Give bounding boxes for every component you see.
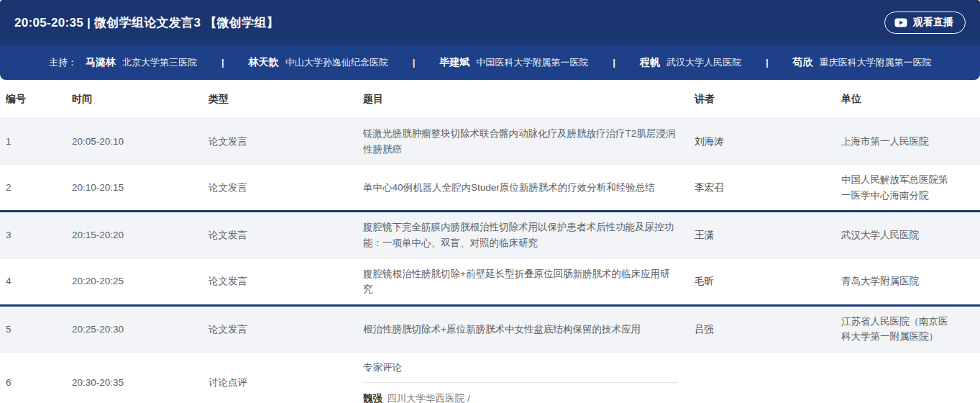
table-row: 2 20:10-20:15 论文发言 单中心40例机器人全腔内Studer原位新…: [0, 164, 980, 210]
cell-time: 20:25-20:30: [72, 314, 209, 345]
schedule-table: 编号 时间 类型 题目 讲者 单位 1 20:05-20:10 论文发言 铥激光…: [0, 80, 980, 403]
cell-unit: 青岛大学附属医院: [841, 266, 973, 296]
cell-time: 20:20-20:25: [72, 266, 209, 296]
cell-time: 20:30-20:35: [72, 368, 209, 398]
commenter-unit: 四川大学华西医院: [387, 393, 464, 403]
commenter-slash: /: [467, 393, 470, 403]
table-row: 6 20:30-20:35 讨论点评 专家评论 魏强四川大学华西医院/: [0, 352, 980, 403]
host-item: 苟欣重庆医科大学附属第一医院: [793, 56, 932, 69]
cell-speaker: 李宏召: [695, 173, 841, 203]
cell-time: 20:05-20:10: [72, 127, 209, 157]
host-affiliation: 中山大学孙逸仙纪念医院: [285, 57, 388, 68]
column-header-title: 题目: [363, 83, 695, 114]
cell-number: 6: [6, 368, 72, 398]
cell-type: 论文发言: [209, 220, 363, 250]
table-row: 1 20:05-20:10 论文发言 铥激光膀胱肿瘤整块切除术联合髂内动脉化疗及…: [0, 119, 980, 164]
commenter-name: 魏强: [363, 393, 383, 403]
host-separator: |: [766, 57, 769, 68]
cell-number: 1: [6, 127, 72, 157]
cell-unit: 中国人民解放军总医院第一医学中心海南分院: [841, 165, 973, 210]
cell-title: 腹腔镜根治性膀胱切除+前壁延长型折叠原位回肠新膀胱术的临床应用研究: [363, 259, 695, 304]
host-item: 马潞林北京大学第三医院: [86, 56, 197, 69]
cell-title: 单中心40例机器人全腔内Studer原位新膀胱术的疗效分析和经验总结: [363, 173, 695, 203]
table-row: 5 20:25-20:30 论文发言 根治性膀胱切除术+原位新膀胱术中女性盆底结…: [0, 304, 980, 352]
table-header-row: 编号 时间 类型 题目 讲者 单位: [0, 80, 980, 119]
host-name: 马潞林: [86, 56, 116, 68]
cell-speaker: 毛昕: [695, 266, 841, 296]
cell-unit: [841, 376, 973, 390]
host-item: 毕建斌中国医科大学附属第一医院: [439, 56, 588, 69]
cell-title: 根治性膀胱切除术+原位新膀胱术中女性盆底结构保留的技术应用: [363, 314, 695, 345]
cell-type: 论文发言: [209, 127, 363, 157]
cell-type: 论文发言: [209, 266, 363, 296]
cell-unit: 上海市第一人民医院: [841, 127, 973, 157]
cell-number: 2: [6, 173, 72, 203]
host-separator: |: [613, 57, 615, 68]
host-item: 程帆武汉大学人民医院: [640, 56, 741, 69]
watch-live-label: 观看直播: [913, 16, 953, 29]
column-header-unit: 单位: [841, 83, 973, 114]
hosts-label: 主持：: [49, 56, 77, 69]
comment-divider: [363, 382, 678, 383]
cell-number: 4: [6, 266, 72, 296]
session-title: 20:05-20:35 | 微创学组论文发言3 【微创学组】: [14, 14, 279, 31]
cell-unit: 江苏省人民医院（南京医科大学第一附属医院）: [841, 307, 973, 352]
cell-type: 讨论点评: [209, 368, 363, 398]
cell-speaker: [695, 376, 841, 390]
cell-title-discussion: 专家评论 魏强四川大学华西医院/: [363, 353, 695, 403]
cell-time: 20:10-20:15: [72, 173, 209, 203]
cell-number: 3: [6, 220, 72, 250]
session-header: 20:05-20:35 | 微创学组论文发言3 【微创学组】 观看直播: [0, 0, 980, 45]
session-page: 20:05-20:35 | 微创学组论文发言3 【微创学组】 观看直播 主持： …: [0, 0, 980, 403]
cell-speaker: 刘海涛: [695, 127, 841, 157]
host-affiliation: 中国医科大学附属第一医院: [476, 57, 588, 68]
host-separator: |: [221, 57, 224, 68]
column-header-type: 类型: [209, 83, 363, 114]
column-header-time: 时间: [72, 83, 209, 114]
cell-time: 20:15-20:20: [72, 220, 209, 250]
play-video-icon: [894, 18, 907, 27]
watch-live-button[interactable]: 观看直播: [884, 12, 966, 34]
column-header-speaker: 讲者: [695, 83, 841, 114]
cell-type: 论文发言: [209, 173, 363, 203]
table-row: 3 20:15-20:20 论文发言 腹腔镜下完全筋膜内膀胱根治性切除术用以保护…: [0, 210, 980, 258]
host-affiliation: 北京大学第三医院: [122, 57, 197, 68]
expert-comment-label: 专家评论: [363, 360, 679, 376]
cell-title: 腹腔镜下完全筋膜内膀胱根治性切除术用以保护患者术后性功能及尿控功能：一项单中心、…: [363, 212, 695, 258]
cell-type: 论文发言: [209, 314, 363, 345]
host-name: 苟欣: [793, 56, 813, 68]
host-item: 林天歆中山大学孙逸仙纪念医院: [249, 56, 388, 69]
host-name: 林天歆: [249, 56, 279, 68]
host-affiliation: 武汉大学人民医院: [667, 57, 741, 68]
cell-speaker: 吕强: [695, 314, 841, 345]
hosts-bar: 主持： 马潞林北京大学第三医院 | 林天歆中山大学孙逸仙纪念医院 | 毕建斌中国…: [0, 45, 980, 80]
commenter-line: 魏强四川大学华西医院/: [363, 391, 679, 403]
cell-unit: 武汉大学人民医院: [841, 220, 973, 250]
host-affiliation: 重庆医科大学附属第一医院: [820, 57, 932, 68]
cell-number: 5: [6, 314, 72, 345]
table-row: 4 20:20-20:25 论文发言 腹腔镜根治性膀胱切除+前壁延长型折叠原位回…: [0, 258, 980, 304]
cell-speaker: 王潇: [695, 220, 841, 250]
host-name: 程帆: [640, 56, 660, 68]
host-name: 毕建斌: [439, 56, 470, 68]
column-header-number: 编号: [6, 83, 72, 114]
cell-title: 铥激光膀胱肿瘤整块切除术联合髂内动脉化疗及膀胱放疗治疗T2肌层浸润性膀胱癌: [363, 119, 695, 164]
host-separator: |: [413, 57, 416, 68]
